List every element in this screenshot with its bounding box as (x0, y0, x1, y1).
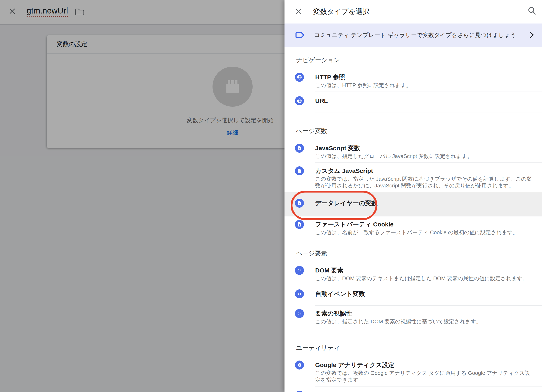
item-label: HTTP 参照 (315, 74, 532, 80)
gear-icon (295, 391, 304, 392)
item-label: DOM 要素 (315, 267, 532, 273)
variable-type-list: ナビゲーション HTTP 参照 この値は、HTTP 参照に設定されます。 URL… (284, 47, 542, 392)
variable-type-item[interactable]: URL (284, 92, 542, 112)
code-icon (295, 309, 304, 318)
gear-icon (295, 360, 304, 370)
code-icon (295, 289, 304, 298)
variable-type-item[interactable]: HTTP 参照 この値は、HTTP 参照に設定されます。 (284, 69, 542, 92)
item-label: 要素の視認性 (315, 310, 532, 317)
item-description: この値は、DOM 要素のテキストまたは指定した DOM 要素の属性の値に設定され… (315, 275, 532, 282)
globe-icon (295, 73, 304, 82)
item-description: この値は、名前が一致するファーストパーティ Cookie の最初の値に設定されま… (315, 229, 532, 236)
item-label: ファーストパーティ Cookie (315, 221, 532, 228)
item-description: この変数では、複数の Google アナリティクス タグに適用する Google… (315, 370, 532, 383)
variable-type-panel: 変数タイプを選択 コミュニティ テンプレート ギャラリーで変数タイプをさらに見つ… (284, 0, 542, 392)
variable-type-section: ページ要素 DOM 要素 この値は、DOM 要素のテキストまたは指定した DOM… (284, 240, 542, 328)
section-title: ページ変数 (284, 117, 542, 140)
panel-header: 変数タイプを選択 (284, 0, 542, 23)
item-label: データレイヤーの変数 (315, 200, 532, 206)
variable-type-section: ページ変数 JavaScript 変数 この値は、指定したグローバル JavaS… (284, 117, 542, 239)
document-icon (295, 166, 304, 175)
community-gallery-banner[interactable]: コミュニティ テンプレート ギャラリーで変数タイプをさらに見つけましょう (284, 23, 542, 47)
variable-type-item[interactable]: Google タグ: イベントの設定 (284, 387, 542, 392)
item-label: JavaScript 変数 (315, 145, 532, 151)
banner-text: コミュニティ テンプレート ギャラリーで変数タイプをさらに見つけましょう (314, 31, 538, 39)
item-label: URL (315, 98, 532, 104)
variable-type-item[interactable]: DOM 要素 この値は、DOM 要素のテキストまたは指定した DOM 要素の属性… (284, 262, 542, 285)
panel-title: 変数タイプを選択 (313, 7, 369, 16)
item-description: この値は、指定された DOM 要素の視認性に基づいて設定されます。 (315, 318, 532, 325)
close-icon[interactable] (295, 8, 302, 15)
search-icon[interactable] (527, 6, 536, 16)
variable-type-item[interactable]: Google アナリティクス設定 この変数では、複数の Google アナリティ… (284, 357, 542, 387)
item-description: この値は、HTTP 参照に設定されます。 (315, 82, 532, 89)
variable-type-section: ユーティリティ Google アナリティクス設定 この変数では、複数の Goog… (284, 334, 542, 392)
item-label: Google アナリティクス設定 (315, 362, 532, 368)
variable-type-item[interactable]: データレイヤーの変数 (284, 192, 542, 217)
item-label: 自動イベント変数 (315, 291, 532, 297)
template-gallery-icon (295, 32, 304, 38)
section-title: ページ要素 (284, 240, 542, 262)
document-icon (295, 144, 304, 153)
variable-type-item[interactable]: カスタム JavaScript この変数では、指定した JavaScript 関… (284, 163, 542, 192)
section-title: ナビゲーション (284, 47, 542, 69)
gtm-variable-editor-screen: gtm.newUrl 変数の設定 変数タイプを選択して設定を開始... 詳細 (0, 0, 542, 392)
item-description: この変数では、指定した JavaScript 関数に基づきブラウザでその値を計算… (315, 175, 532, 189)
chevron-right-icon (529, 32, 534, 38)
section-title: ユーティリティ (284, 334, 542, 357)
variable-type-item[interactable]: 自動イベント変数 (284, 285, 542, 306)
item-description: この値は、指定したグローバル JavaScript 変数に設定されます。 (315, 153, 532, 160)
code-icon (295, 266, 304, 275)
item-label: カスタム JavaScript (315, 168, 532, 174)
variable-type-item[interactable]: ファーストパーティ Cookie この値は、名前が一致するファーストパーティ C… (284, 217, 542, 239)
document-icon (295, 220, 304, 229)
variable-type-item[interactable]: 要素の視認性 この値は、指定された DOM 要素の視認性に基づいて設定されます。 (284, 306, 542, 328)
document-icon (295, 199, 304, 208)
globe-icon (295, 96, 304, 105)
variable-type-item[interactable]: JavaScript 変数 この値は、指定したグローバル JavaScript … (284, 140, 542, 163)
variable-type-section: ナビゲーション HTTP 参照 この値は、HTTP 参照に設定されます。 URL (284, 47, 542, 112)
